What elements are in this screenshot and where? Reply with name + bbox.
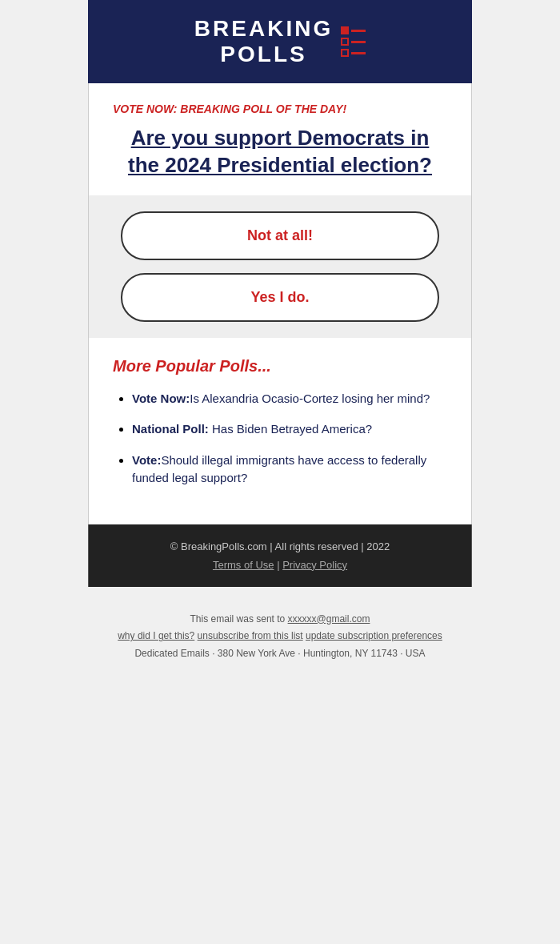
brand-logo: BREAKING POLLS	[194, 16, 366, 67]
checkbox-icon-2	[341, 38, 349, 46]
polls-list: Vote Now:Is Alexandria Ocasio-Cortez los…	[113, 390, 447, 488]
footer-section: © BreakingPolls.com | All rights reserve…	[88, 524, 472, 587]
list-item: National Poll: Has Biden Betrayed Americ…	[132, 420, 447, 439]
checkbox-icon-3	[341, 49, 349, 57]
more-polls-title: More Popular Polls...	[113, 357, 447, 376]
header-section: BREAKING POLLS	[88, 0, 472, 83]
icon-row-3	[341, 49, 366, 57]
icon-row-1	[341, 26, 366, 34]
poll-link-2-normal: Has Biden Betrayed America?	[209, 422, 372, 436]
email-actions-line: why did I get this? unsubscribe from thi…	[118, 628, 442, 645]
icon-row-2	[341, 38, 366, 46]
checkbox-icon-1	[341, 26, 349, 34]
poll-question: Are you support Democrats in the 2024 Pr…	[113, 125, 447, 179]
poll-link-3-normal: Should illegal immigrants have access to…	[132, 453, 426, 485]
not-at-all-button[interactable]: Not at all!	[121, 211, 439, 260]
vote-now-label: VOTE NOW: BREAKING POLL OF THE DAY!	[113, 102, 447, 115]
line-icon-1	[351, 30, 366, 32]
vote-header-section: VOTE NOW: BREAKING POLL OF THE DAY! Are …	[88, 83, 472, 195]
yes-i-do-button[interactable]: Yes I do.	[121, 273, 439, 322]
more-polls-section: More Popular Polls... Vote Now:Is Alexan…	[88, 338, 472, 524]
poll-link-3[interactable]: Vote:Should illegal immigrants have acce…	[132, 453, 426, 485]
line-icon-3	[351, 52, 366, 54]
poll-link-1[interactable]: Vote Now:Is Alexandria Ocasio-Cortez los…	[132, 392, 430, 405]
unsubscribe-link[interactable]: unsubscribe from this list	[198, 630, 303, 641]
brand-text: BREAKING POLLS	[194, 16, 333, 67]
poll-link-1-normal: Is Alexandria Ocasio-Cortez losing her m…	[190, 392, 430, 405]
list-item: Vote:Should illegal immigrants have acce…	[132, 452, 447, 488]
email-sent-line: This email was sent to xxxxxx@gmail.com	[118, 611, 442, 629]
privacy-policy-link[interactable]: Privacy Policy	[282, 559, 347, 571]
email-notice: This email was sent to xxxxxx@gmail.com …	[118, 611, 442, 663]
address-line: Dedicated Emails · 380 New York Ave · Hu…	[118, 645, 442, 663]
line-icon-2	[351, 41, 366, 43]
poll-link-2[interactable]: National Poll: Has Biden Betrayed Americ…	[132, 422, 372, 436]
logo-icon	[341, 26, 366, 57]
update-subscription-link[interactable]: update subscription preferences	[306, 630, 442, 641]
buttons-section: Not at all! Yes I do.	[88, 195, 472, 338]
why-did-i-get-this-link[interactable]: why did I get this?	[118, 630, 194, 641]
poll-link-1-bold: Vote Now:	[132, 392, 190, 405]
footer-links: Terms of Use | Privacy Policy	[113, 559, 447, 571]
list-item: Vote Now:Is Alexandria Ocasio-Cortez los…	[132, 390, 447, 408]
terms-of-use-link[interactable]: Terms of Use	[213, 559, 274, 571]
poll-link-2-bold: National Poll:	[132, 422, 209, 436]
poll-link-3-bold: Vote:	[132, 453, 161, 467]
email-address-link[interactable]: xxxxxx@gmail.com	[288, 613, 370, 625]
footer-copyright: © BreakingPolls.com | All rights reserve…	[113, 540, 447, 552]
